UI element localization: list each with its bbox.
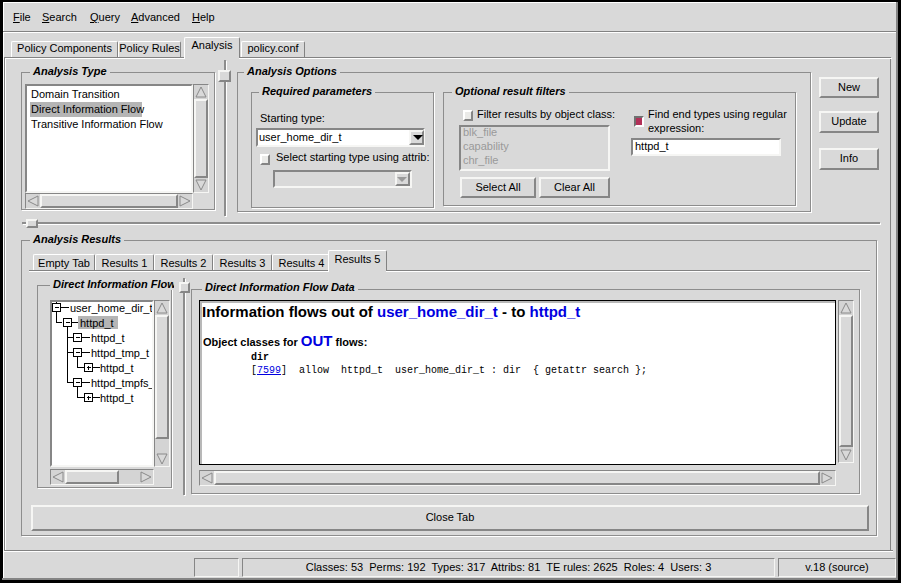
svg-text:httpd_t: httpd_t — [91, 332, 125, 344]
svg-text:httpd_tmp_t: httpd_tmp_t — [91, 347, 149, 359]
svg-text:user_home_dir_t: user_home_dir_t — [70, 302, 152, 314]
svg-text:httpd_t: httpd_t — [100, 362, 134, 374]
svg-text:httpd_t: httpd_t — [100, 392, 134, 404]
svg-text:httpd_tmpfs_: httpd_tmpfs_ — [91, 377, 152, 389]
svg-text:httpd_t: httpd_t — [80, 317, 114, 329]
